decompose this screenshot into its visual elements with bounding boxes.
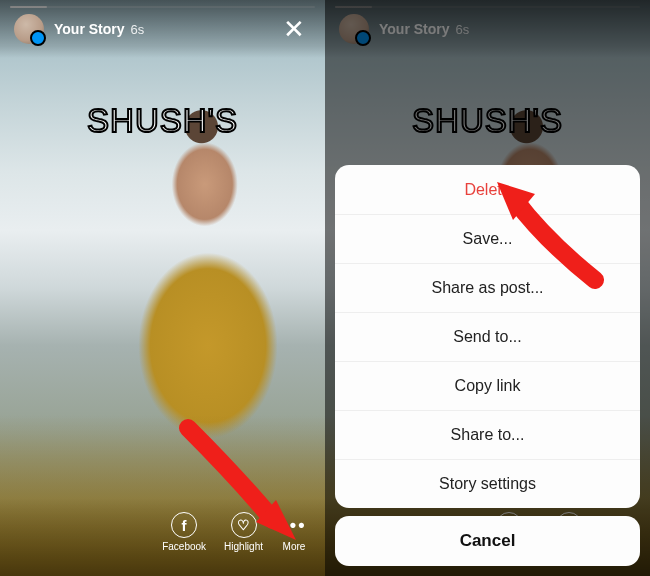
sheet-copy-link[interactable]: Copy link bbox=[335, 361, 640, 410]
highlight-button[interactable]: Highlight bbox=[224, 512, 263, 552]
heart-icon bbox=[231, 512, 257, 538]
story-title: Your Story bbox=[54, 21, 125, 37]
sheet-cancel[interactable]: Cancel bbox=[335, 516, 640, 566]
avatar[interactable] bbox=[14, 14, 44, 44]
action-sheet: Delete Save... Share as post... Send to.… bbox=[335, 165, 640, 566]
sheet-delete[interactable]: Delete bbox=[335, 165, 640, 214]
story-header: Your Story 6s ✕ bbox=[0, 0, 325, 58]
story-footer: f Facebook Highlight ••• More bbox=[0, 498, 325, 576]
facebook-label: Facebook bbox=[162, 541, 206, 552]
facebook-button[interactable]: f Facebook bbox=[162, 512, 206, 552]
sheet-share-to[interactable]: Share to... bbox=[335, 410, 640, 459]
more-icon: ••• bbox=[281, 512, 307, 538]
story-view-left: Your Story 6s ✕ SHUSH'S f Facebook Highl… bbox=[0, 0, 325, 576]
sheet-send-to[interactable]: Send to... bbox=[335, 312, 640, 361]
story-view-right: Your Story 6s SHUSH'S f Facebook Highlig… bbox=[325, 0, 650, 576]
story-caption: SHUSH'S bbox=[0, 102, 325, 140]
more-button[interactable]: ••• More bbox=[281, 512, 307, 552]
story-photo bbox=[0, 0, 325, 576]
sheet-share-as-post[interactable]: Share as post... bbox=[335, 263, 640, 312]
facebook-icon: f bbox=[171, 512, 197, 538]
sheet-story-settings[interactable]: Story settings bbox=[335, 459, 640, 508]
more-label: More bbox=[283, 541, 306, 552]
story-time: 6s bbox=[131, 22, 145, 37]
close-icon[interactable]: ✕ bbox=[277, 10, 311, 48]
sheet-save[interactable]: Save... bbox=[335, 214, 640, 263]
highlight-label: Highlight bbox=[224, 541, 263, 552]
action-sheet-body: Delete Save... Share as post... Send to.… bbox=[335, 165, 640, 508]
